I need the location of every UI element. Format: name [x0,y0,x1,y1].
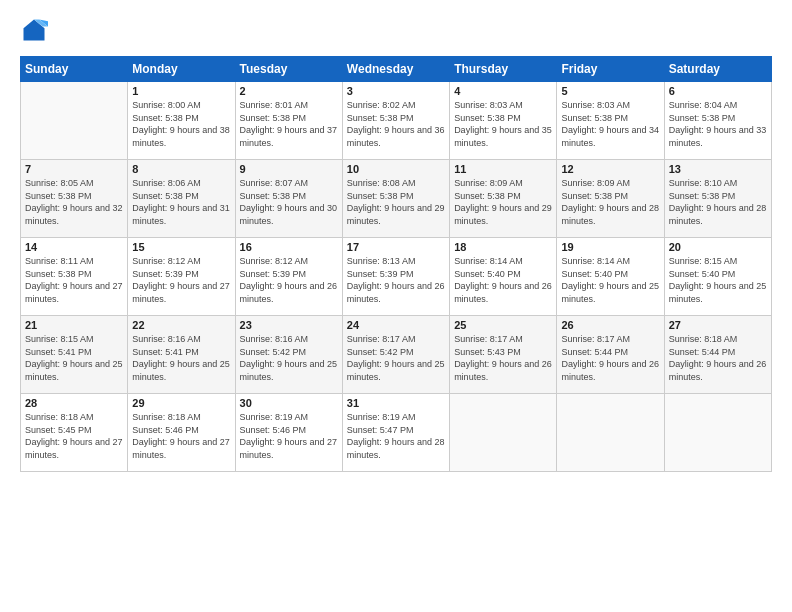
day-info: Sunrise: 8:13 AMSunset: 5:39 PMDaylight:… [347,255,445,305]
day-number: 4 [454,85,552,97]
day-info: Sunrise: 8:14 AMSunset: 5:40 PMDaylight:… [561,255,659,305]
day-cell: 16Sunrise: 8:12 AMSunset: 5:39 PMDayligh… [235,238,342,316]
day-number: 18 [454,241,552,253]
day-cell: 3Sunrise: 8:02 AMSunset: 5:38 PMDaylight… [342,82,449,160]
day-cell: 13Sunrise: 8:10 AMSunset: 5:38 PMDayligh… [664,160,771,238]
day-cell: 24Sunrise: 8:17 AMSunset: 5:42 PMDayligh… [342,316,449,394]
day-number: 14 [25,241,123,253]
day-info: Sunrise: 8:15 AMSunset: 5:41 PMDaylight:… [25,333,123,383]
day-header-friday: Friday [557,57,664,82]
day-info: Sunrise: 8:17 AMSunset: 5:43 PMDaylight:… [454,333,552,383]
day-cell: 8Sunrise: 8:06 AMSunset: 5:38 PMDaylight… [128,160,235,238]
week-row-1: 1Sunrise: 8:00 AMSunset: 5:38 PMDaylight… [21,82,772,160]
day-number: 27 [669,319,767,331]
day-cell: 2Sunrise: 8:01 AMSunset: 5:38 PMDaylight… [235,82,342,160]
logo-icon [20,16,48,44]
day-number: 2 [240,85,338,97]
calendar-page: SundayMondayTuesdayWednesdayThursdayFrid… [0,0,792,612]
day-cell [21,82,128,160]
day-number: 12 [561,163,659,175]
day-number: 30 [240,397,338,409]
logo [20,16,52,44]
calendar-table: SundayMondayTuesdayWednesdayThursdayFrid… [20,56,772,472]
week-row-2: 7Sunrise: 8:05 AMSunset: 5:38 PMDaylight… [21,160,772,238]
day-info: Sunrise: 8:18 AMSunset: 5:45 PMDaylight:… [25,411,123,461]
day-info: Sunrise: 8:10 AMSunset: 5:38 PMDaylight:… [669,177,767,227]
day-number: 13 [669,163,767,175]
day-header-tuesday: Tuesday [235,57,342,82]
day-number: 24 [347,319,445,331]
day-number: 11 [454,163,552,175]
week-row-3: 14Sunrise: 8:11 AMSunset: 5:38 PMDayligh… [21,238,772,316]
day-cell: 9Sunrise: 8:07 AMSunset: 5:38 PMDaylight… [235,160,342,238]
day-number: 31 [347,397,445,409]
day-number: 9 [240,163,338,175]
day-cell [450,394,557,472]
day-number: 28 [25,397,123,409]
day-info: Sunrise: 8:00 AMSunset: 5:38 PMDaylight:… [132,99,230,149]
day-info: Sunrise: 8:11 AMSunset: 5:38 PMDaylight:… [25,255,123,305]
day-info: Sunrise: 8:04 AMSunset: 5:38 PMDaylight:… [669,99,767,149]
day-number: 17 [347,241,445,253]
day-cell: 10Sunrise: 8:08 AMSunset: 5:38 PMDayligh… [342,160,449,238]
day-info: Sunrise: 8:09 AMSunset: 5:38 PMDaylight:… [454,177,552,227]
day-info: Sunrise: 8:17 AMSunset: 5:44 PMDaylight:… [561,333,659,383]
day-info: Sunrise: 8:15 AMSunset: 5:40 PMDaylight:… [669,255,767,305]
day-cell: 7Sunrise: 8:05 AMSunset: 5:38 PMDaylight… [21,160,128,238]
day-cell: 6Sunrise: 8:04 AMSunset: 5:38 PMDaylight… [664,82,771,160]
day-number: 16 [240,241,338,253]
day-cell [557,394,664,472]
day-info: Sunrise: 8:18 AMSunset: 5:44 PMDaylight:… [669,333,767,383]
day-cell: 14Sunrise: 8:11 AMSunset: 5:38 PMDayligh… [21,238,128,316]
day-cell: 29Sunrise: 8:18 AMSunset: 5:46 PMDayligh… [128,394,235,472]
day-number: 6 [669,85,767,97]
day-info: Sunrise: 8:08 AMSunset: 5:38 PMDaylight:… [347,177,445,227]
day-number: 7 [25,163,123,175]
day-number: 19 [561,241,659,253]
day-cell: 25Sunrise: 8:17 AMSunset: 5:43 PMDayligh… [450,316,557,394]
day-info: Sunrise: 8:16 AMSunset: 5:42 PMDaylight:… [240,333,338,383]
day-cell: 4Sunrise: 8:03 AMSunset: 5:38 PMDaylight… [450,82,557,160]
day-info: Sunrise: 8:09 AMSunset: 5:38 PMDaylight:… [561,177,659,227]
day-info: Sunrise: 8:02 AMSunset: 5:38 PMDaylight:… [347,99,445,149]
day-info: Sunrise: 8:05 AMSunset: 5:38 PMDaylight:… [25,177,123,227]
day-info: Sunrise: 8:19 AMSunset: 5:46 PMDaylight:… [240,411,338,461]
day-cell: 5Sunrise: 8:03 AMSunset: 5:38 PMDaylight… [557,82,664,160]
day-number: 15 [132,241,230,253]
day-header-thursday: Thursday [450,57,557,82]
day-number: 26 [561,319,659,331]
day-info: Sunrise: 8:16 AMSunset: 5:41 PMDaylight:… [132,333,230,383]
day-cell [664,394,771,472]
day-number: 25 [454,319,552,331]
day-number: 20 [669,241,767,253]
day-info: Sunrise: 8:12 AMSunset: 5:39 PMDaylight:… [132,255,230,305]
day-cell: 31Sunrise: 8:19 AMSunset: 5:47 PMDayligh… [342,394,449,472]
day-cell: 18Sunrise: 8:14 AMSunset: 5:40 PMDayligh… [450,238,557,316]
day-number: 8 [132,163,230,175]
day-info: Sunrise: 8:14 AMSunset: 5:40 PMDaylight:… [454,255,552,305]
day-cell: 21Sunrise: 8:15 AMSunset: 5:41 PMDayligh… [21,316,128,394]
week-row-5: 28Sunrise: 8:18 AMSunset: 5:45 PMDayligh… [21,394,772,472]
page-header [20,16,772,44]
day-cell: 27Sunrise: 8:18 AMSunset: 5:44 PMDayligh… [664,316,771,394]
day-header-monday: Monday [128,57,235,82]
day-cell: 22Sunrise: 8:16 AMSunset: 5:41 PMDayligh… [128,316,235,394]
day-number: 29 [132,397,230,409]
day-cell: 19Sunrise: 8:14 AMSunset: 5:40 PMDayligh… [557,238,664,316]
day-cell: 20Sunrise: 8:15 AMSunset: 5:40 PMDayligh… [664,238,771,316]
day-info: Sunrise: 8:06 AMSunset: 5:38 PMDaylight:… [132,177,230,227]
day-header-wednesday: Wednesday [342,57,449,82]
day-header-saturday: Saturday [664,57,771,82]
week-row-4: 21Sunrise: 8:15 AMSunset: 5:41 PMDayligh… [21,316,772,394]
day-info: Sunrise: 8:03 AMSunset: 5:38 PMDaylight:… [454,99,552,149]
day-cell: 26Sunrise: 8:17 AMSunset: 5:44 PMDayligh… [557,316,664,394]
day-cell: 11Sunrise: 8:09 AMSunset: 5:38 PMDayligh… [450,160,557,238]
day-number: 5 [561,85,659,97]
day-info: Sunrise: 8:18 AMSunset: 5:46 PMDaylight:… [132,411,230,461]
day-number: 21 [25,319,123,331]
day-info: Sunrise: 8:03 AMSunset: 5:38 PMDaylight:… [561,99,659,149]
day-cell: 15Sunrise: 8:12 AMSunset: 5:39 PMDayligh… [128,238,235,316]
day-cell: 23Sunrise: 8:16 AMSunset: 5:42 PMDayligh… [235,316,342,394]
day-info: Sunrise: 8:07 AMSunset: 5:38 PMDaylight:… [240,177,338,227]
header-row: SundayMondayTuesdayWednesdayThursdayFrid… [21,57,772,82]
